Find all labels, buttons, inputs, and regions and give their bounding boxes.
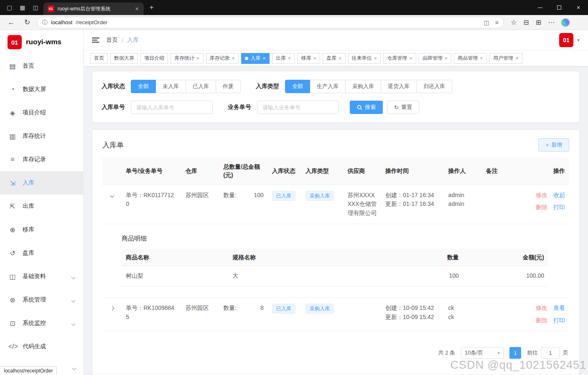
maximize-icon xyxy=(557,5,561,10)
tag-tab-home[interactable]: 首页 xyxy=(90,53,108,64)
split-screen-icon[interactable]: ◫ xyxy=(484,19,489,26)
browser-tab[interactable]: 01 ruoyi-wms后台管理系统 × xyxy=(43,3,144,15)
refresh-icon[interactable]: ↻ xyxy=(21,19,33,26)
maximize-button[interactable] xyxy=(550,0,569,15)
breadcrumb-home[interactable]: 首页 xyxy=(106,36,118,44)
collapse-link[interactable]: 收起 xyxy=(553,191,565,200)
tag-tab-inventory-records[interactable]: 库存记录× xyxy=(206,53,239,64)
edit-link[interactable]: 修改 xyxy=(536,191,547,200)
close-icon[interactable]: × xyxy=(339,56,342,61)
user-menu[interactable]: 01 ▾ xyxy=(559,33,580,47)
status-option-done[interactable]: 已入库 xyxy=(186,80,216,93)
close-icon[interactable]: × xyxy=(313,56,316,61)
close-window-button[interactable]: × xyxy=(569,0,588,15)
tab-close-icon[interactable]: × xyxy=(135,6,140,12)
close-icon[interactable]: × xyxy=(374,56,377,61)
close-icon[interactable]: × xyxy=(262,56,266,61)
sidebar-item-base-data[interactable]: ◫ 基础资料 xyxy=(0,265,83,288)
print-link[interactable]: 打印 xyxy=(553,203,565,212)
tag-tab-partners[interactable]: 往来单位× xyxy=(348,53,381,64)
tag-tab-dashboard[interactable]: 数据大屏 xyxy=(110,53,138,64)
sidebar-item-dashboard[interactable]: ◔ 数据大屏 xyxy=(0,78,83,101)
new-tab-button[interactable]: + xyxy=(144,0,160,15)
status-badge: 已入库 xyxy=(272,191,295,201)
tag-tab-outbound[interactable]: 出库× xyxy=(272,53,295,64)
biz-no-input[interactable] xyxy=(257,101,339,114)
order-no-input[interactable] xyxy=(131,101,213,114)
sidebar-item-stocktake[interactable]: ↺ 盘库 xyxy=(0,241,83,265)
tag-tab-brand-manage[interactable]: 品牌管理× xyxy=(419,53,452,64)
sidebar-bottom-chevron-icon[interactable] xyxy=(73,364,76,371)
tag-tab-stocktake[interactable]: 盘库× xyxy=(323,53,346,64)
close-icon[interactable]: × xyxy=(196,56,200,61)
sidebar-item-home[interactable]: ▤ 首页 xyxy=(0,54,83,78)
site-info-icon[interactable]: ⓘ xyxy=(42,19,48,26)
col-warehouse: 仓库 xyxy=(181,157,219,185)
status-option-void[interactable]: 作废 xyxy=(216,80,241,93)
favorite-star-icon[interactable]: ☆ xyxy=(511,18,517,26)
back-icon[interactable]: ← xyxy=(5,19,18,26)
print-link[interactable]: 打印 xyxy=(553,316,565,325)
col-status: 入库状态 xyxy=(268,157,301,185)
workspaces-icon[interactable]: ▦ xyxy=(20,5,25,10)
collapse-row-icon[interactable] xyxy=(111,192,114,198)
cell-supplier xyxy=(344,297,381,331)
close-icon[interactable]: × xyxy=(232,56,235,61)
browser-titlebar: ▢ ▦ ◫ 01 ruoyi-wms后台管理系统 × + × xyxy=(0,0,588,15)
sidebar-item-move[interactable]: ⊕ 移库 xyxy=(0,218,83,241)
refresh-icon: ↻ xyxy=(394,105,399,110)
goto-page-input[interactable] xyxy=(541,347,560,359)
sidebar-item-inventory-stats[interactable]: ▥ 库存统计 xyxy=(0,124,83,148)
tab-groups-icon[interactable]: ◫ xyxy=(33,5,38,10)
sidebar-item-system-manage[interactable]: ⊛ 系统管理 xyxy=(0,288,83,312)
more-menu-icon[interactable]: ⋯ xyxy=(548,18,555,26)
sidebar-item-system-monitor[interactable]: ⊡ 系统监控 xyxy=(0,312,83,335)
close-icon[interactable]: × xyxy=(515,56,519,61)
type-option-purchase[interactable]: 采购入库 xyxy=(345,80,381,93)
vertical-tabs-icon[interactable]: ▢ xyxy=(7,5,12,10)
search-button[interactable]: 搜索 xyxy=(350,101,383,114)
tag-tab-goods-manage[interactable]: 商品管理× xyxy=(454,53,487,64)
status-option-pending[interactable]: 未入库 xyxy=(155,80,186,93)
type-option-return[interactable]: 退货入库 xyxy=(381,80,417,93)
tag-tab-user-manage[interactable]: 用户管理× xyxy=(489,53,522,64)
tag-tab-inventory-stats[interactable]: 库存统计× xyxy=(171,53,204,64)
type-option-giveback[interactable]: 归还入库 xyxy=(416,80,452,93)
tag-tab-move[interactable]: 移库× xyxy=(297,53,320,64)
edit-link[interactable]: 修改 xyxy=(536,304,547,313)
menu-fold-icon[interactable] xyxy=(92,38,99,43)
page-size-select[interactable]: 10条/页 ▾ xyxy=(461,347,504,359)
extensions-icon[interactable]: ⊞ xyxy=(536,18,541,26)
address-bar[interactable]: ⓘ localhost/receiptOrder ◫ ≡ xyxy=(37,17,504,28)
type-option-all[interactable]: 全部 xyxy=(285,80,310,93)
status-option-all[interactable]: 全部 xyxy=(131,80,156,93)
copilot-icon[interactable] xyxy=(561,18,570,27)
tag-tab-project-intro[interactable]: 项目介绍 xyxy=(140,53,168,64)
cell-op-time: 创建：01-17 16:34 更新：01-17 16:34 xyxy=(381,185,444,224)
tag-tab-warehouse-manage[interactable]: 仓库管理× xyxy=(383,53,416,64)
reading-mode-icon[interactable]: ≡ xyxy=(495,19,499,26)
app-logo[interactable]: 01 ruoyi-wms xyxy=(0,30,83,54)
tab-title: ruoyi-wms后台管理系统 xyxy=(58,5,131,13)
close-icon[interactable]: × xyxy=(409,56,412,61)
sidebar-item-inbound[interactable]: ⇲ 入库 xyxy=(0,171,83,195)
close-icon[interactable]: × xyxy=(480,56,483,61)
close-icon[interactable]: × xyxy=(445,56,448,61)
add-button[interactable]: + 新增 xyxy=(538,138,569,152)
minimize-button[interactable] xyxy=(530,0,550,15)
delete-link[interactable]: 删除 xyxy=(536,203,547,212)
view-link[interactable]: 查看 xyxy=(553,304,565,313)
tag-tab-inbound[interactable]: 入库× xyxy=(241,53,270,64)
sidebar-item-inventory-records[interactable]: ≡ 库存记录 xyxy=(0,148,83,171)
sidebar-item-outbound[interactable]: ⇱ 出库 xyxy=(0,195,83,218)
sidebar-item-code-gen[interactable]: </> 代码生成 xyxy=(0,335,83,358)
reset-button[interactable]: ↻ 重置 xyxy=(387,101,419,114)
toolbar-right-icons: ☆ ⊟ ⊞ ⋯ xyxy=(507,18,573,27)
close-icon[interactable]: × xyxy=(288,56,291,61)
delete-link[interactable]: 删除 xyxy=(536,316,547,325)
type-option-production[interactable]: 生产入库 xyxy=(310,80,346,93)
sidebar-item-project-intro[interactable]: ◈ 项目介绍 xyxy=(0,101,83,124)
page-1-button[interactable]: 1 xyxy=(509,347,521,359)
expand-row-icon[interactable] xyxy=(111,304,114,311)
collections-icon[interactable]: ⊟ xyxy=(523,18,529,26)
